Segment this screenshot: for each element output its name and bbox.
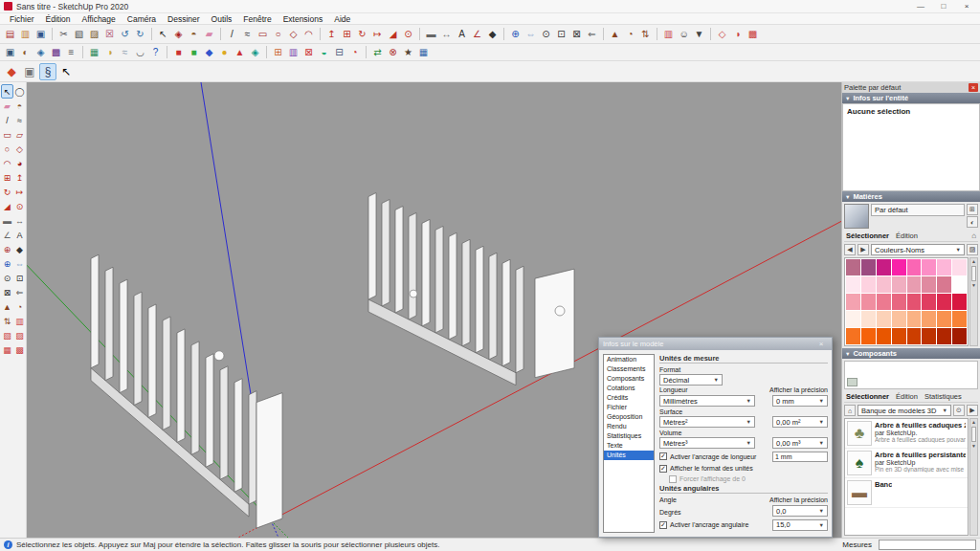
zoom-icon[interactable]: ⊙ — [1, 271, 13, 285]
color-swatch[interactable] — [877, 328, 891, 344]
maximize-button[interactable]: □ — [934, 1, 953, 12]
components-tab-statistiques[interactable]: Statistiques — [924, 392, 962, 401]
text-icon[interactable]: A — [13, 228, 26, 242]
dialog-nav-credits[interactable]: Crédits — [604, 393, 654, 403]
color-swatch[interactable] — [922, 259, 936, 276]
length-snapping-checkbox[interactable]: ✓ — [659, 452, 667, 460]
back-arrow-button[interactable]: ◀ — [844, 244, 856, 255]
look-around-icon[interactable]: ◔ — [623, 27, 637, 41]
tray-close-button[interactable]: × — [969, 83, 978, 92]
angle-snapping-select[interactable]: 15,0 ▼ — [772, 519, 828, 531]
zoom-window-icon[interactable]: ⊡ — [554, 27, 568, 41]
erase-icon[interactable]: ☒ — [102, 27, 117, 41]
dimension-tool-icon[interactable]: ↔ — [439, 27, 454, 41]
zoom-extents-icon[interactable]: ⊠ — [569, 27, 584, 41]
plugin-red-triangle-icon[interactable]: ▲ — [233, 45, 247, 59]
back-edges-icon[interactable]: ▩ — [13, 342, 26, 357]
tray-title-bar[interactable]: Palette par défaut × — [842, 82, 980, 93]
move-tool-icon[interactable]: ⊞ — [340, 27, 354, 41]
plugin-yellow-dot-icon[interactable]: ● — [217, 45, 232, 59]
menu-edition[interactable]: Édition — [40, 13, 77, 25]
copy-icon[interactable]: ▧ — [72, 27, 86, 41]
instructor-icon[interactable]: ? — [148, 45, 163, 59]
dialog-nav-geoposition[interactable]: Géoposition — [604, 412, 654, 422]
3d-text-tool-icon[interactable]: ◆ — [485, 27, 500, 41]
color-swatch[interactable] — [892, 294, 906, 310]
force-zero-checkbox[interactable] — [669, 475, 677, 483]
plugin-teal-gem-icon[interactable]: ◈ — [248, 45, 262, 59]
redo-icon[interactable]: ↻ — [133, 27, 147, 41]
color-swatch[interactable] — [937, 328, 951, 344]
components-box-icon[interactable]: ▣ — [21, 63, 38, 80]
color-swatch[interactable] — [907, 276, 922, 293]
account-dropdown-icon[interactable]: ▼ — [692, 27, 706, 41]
plugin-green-box-icon[interactable]: ■ — [187, 45, 201, 59]
line-icon[interactable]: / — [1, 113, 13, 127]
scroll-down-icon[interactable]: ▼ — [971, 443, 976, 450]
dialog-nav-rendu[interactable]: Rendu — [604, 422, 654, 431]
surface-precision-select[interactable]: 0,00 m² ▼ — [772, 416, 828, 428]
color-swatch[interactable] — [877, 311, 891, 327]
paint-bucket-icon[interactable]: ◓ — [13, 99, 26, 113]
section-plane-icon[interactable]: ▥ — [13, 314, 26, 328]
dialog-nav-animation[interactable]: Animation — [604, 355, 654, 364]
color-swatch[interactable] — [892, 311, 906, 327]
heatsink-model-right[interactable] — [368, 193, 574, 386]
plugin-dark-star-icon[interactable]: ★ — [401, 45, 415, 59]
scale-icon[interactable]: ◢ — [1, 199, 13, 213]
color-swatch[interactable] — [907, 311, 922, 327]
components-header[interactable]: ▼ Composants — [842, 348, 980, 359]
scroll-up-icon[interactable]: ▲ — [971, 258, 976, 265]
plugin-red-cross-icon[interactable]: ⊠ — [301, 45, 316, 59]
position-camera-icon[interactable]: ▲ — [608, 27, 622, 41]
components-scrollbar[interactable]: ▲ ▼ — [969, 418, 978, 536]
sample-paint-button[interactable]: ▨ — [967, 244, 978, 255]
component-list-item[interactable]: ♣Arbre à feuilles caduques 2Dpar SketchU… — [845, 419, 968, 449]
pan-icon[interactable]: ⇔ — [13, 256, 26, 271]
scroll-up-icon[interactable]: ▲ — [971, 419, 976, 426]
search-icon[interactable]: ⊙ — [953, 405, 965, 416]
plugin-red-box-icon[interactable]: ■ — [171, 45, 186, 59]
dimension-icon[interactable]: ↔ — [13, 213, 26, 228]
orbit-icon[interactable]: ⊕ — [1, 256, 13, 271]
scroll-down-icon[interactable]: ▼ — [971, 282, 976, 289]
follow-me-icon[interactable]: ↦ — [13, 185, 26, 199]
rectangle-icon[interactable]: ▭ — [1, 127, 13, 142]
color-swatch[interactable] — [907, 328, 922, 344]
color-swatch[interactable] — [892, 328, 906, 344]
walk-icon[interactable]: ⇅ — [1, 314, 13, 328]
color-swatch[interactable] — [846, 259, 860, 276]
cursor-icon[interactable]: ↖ — [57, 63, 75, 80]
home-icon[interactable]: ⌂ — [971, 231, 976, 240]
soften-edges-icon[interactable]: ◡ — [133, 45, 147, 59]
scrollbar-thumb[interactable] — [971, 427, 976, 442]
dialog-nav-composants[interactable]: Composants — [604, 374, 654, 384]
iso-view-icon[interactable]: ◇ — [715, 27, 729, 41]
position-camera-icon[interactable]: ▲ — [1, 299, 13, 314]
color-swatch[interactable] — [877, 259, 891, 276]
scale-tool-icon[interactable]: ◢ — [386, 27, 400, 41]
circle-tool-icon[interactable]: ○ — [271, 27, 285, 41]
classifier-tool-icon[interactable]: § — [39, 63, 56, 80]
shadows-toggle-icon[interactable]: ◑ — [730, 27, 745, 41]
section-fill-icon[interactable]: ▧ — [1, 328, 13, 342]
dialog-nav-texte[interactable]: Texte — [604, 441, 654, 451]
materials-tab-edition[interactable]: Édition — [896, 231, 918, 240]
color-swatch[interactable] — [861, 259, 876, 276]
3d-text-icon[interactable]: ◆ — [13, 242, 26, 256]
cut-icon[interactable]: ✂ — [56, 27, 71, 41]
undo-icon[interactable]: ↺ — [118, 27, 132, 41]
fog-panel-icon[interactable]: ≈ — [118, 45, 132, 59]
shadows-panel-icon[interactable]: ◑ — [102, 45, 117, 59]
details-arrow-button[interactable]: ▶ — [967, 405, 978, 416]
axes-icon[interactable]: ⊕ — [1, 242, 13, 256]
rectangle-tool-icon[interactable]: ▭ — [256, 27, 270, 41]
color-swatch[interactable] — [846, 294, 860, 310]
angle-snapping-checkbox[interactable]: ✓ — [659, 521, 667, 529]
rotate-icon[interactable]: ↻ — [1, 185, 13, 199]
forward-arrow-button[interactable]: ▶ — [858, 244, 869, 255]
select-tool-icon[interactable]: ↖ — [156, 27, 170, 41]
arc-tool-icon[interactable]: ◠ — [301, 27, 316, 41]
components-tab-selectionner[interactable]: Sélectionner — [846, 392, 889, 401]
color-swatch[interactable] — [846, 276, 860, 293]
